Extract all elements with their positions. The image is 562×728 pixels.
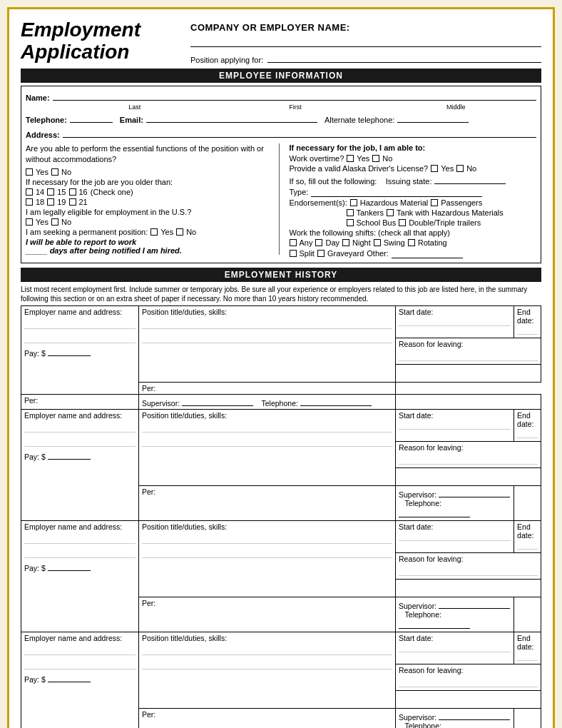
email-field[interactable] xyxy=(146,113,317,123)
position-2-line2[interactable] xyxy=(142,434,392,447)
start-date-4-cell: Start date: xyxy=(396,632,514,664)
telephone-sup-3-field[interactable] xyxy=(399,619,470,629)
alaska-yes-label: Yes xyxy=(441,164,454,173)
telephone-sup-2-field[interactable] xyxy=(399,507,470,517)
pay-2-field[interactable] xyxy=(48,450,91,460)
employer-2-line2[interactable] xyxy=(24,434,136,447)
eligible-no-label: No xyxy=(61,218,71,226)
pay-1-field[interactable] xyxy=(48,346,91,356)
end-date-1-field[interactable] xyxy=(517,325,538,335)
reason-4-field[interactable] xyxy=(399,674,538,687)
address-field[interactable] xyxy=(63,126,536,138)
employer-1-line2[interactable] xyxy=(24,330,136,343)
age-21-checkbox[interactable] xyxy=(69,198,76,206)
employer-4-line2[interactable] xyxy=(24,657,136,669)
end-date-4-field[interactable] xyxy=(517,651,538,661)
permanent-no-checkbox[interactable] xyxy=(176,228,183,236)
night-checkbox[interactable] xyxy=(342,239,349,246)
supervisor-2-field[interactable] xyxy=(439,487,510,497)
name-field[interactable] xyxy=(53,89,536,101)
employer-1-line1[interactable] xyxy=(24,316,136,329)
pay-3-field[interactable] xyxy=(48,561,91,571)
start-date-2-field[interactable] xyxy=(399,420,511,430)
position-3-line2[interactable] xyxy=(142,545,392,558)
telephone-field[interactable] xyxy=(70,113,113,123)
overtime-yes-checkbox[interactable] xyxy=(347,155,354,162)
tank-hazardous-checkbox[interactable] xyxy=(387,209,394,216)
age-16-checkbox[interactable] xyxy=(69,188,76,196)
alt-telephone-field[interactable] xyxy=(397,113,469,123)
start-date-3-field[interactable] xyxy=(399,531,511,541)
employer-4-line1[interactable] xyxy=(24,642,136,655)
permanent-yes-checkbox[interactable] xyxy=(150,228,158,236)
eligible-yes-no: Yes No xyxy=(26,218,273,226)
position-1-line1[interactable] xyxy=(142,316,392,329)
name-row: Name: xyxy=(26,89,536,102)
start-date-4-field[interactable] xyxy=(399,642,511,652)
split-checkbox[interactable] xyxy=(290,250,297,257)
reason-1-field[interactable] xyxy=(399,348,538,361)
end-date-3-field[interactable] xyxy=(517,540,538,550)
employer-2-line1[interactable] xyxy=(24,420,136,433)
employer-4-label: Employer name and address: xyxy=(24,634,136,642)
reason-3-cell: Reason for leaving: xyxy=(396,553,541,580)
school-bus-checkbox[interactable] xyxy=(347,219,354,226)
reason-2c-cell xyxy=(396,468,541,486)
tankers-checkbox[interactable] xyxy=(347,209,354,216)
perform-no-checkbox[interactable] xyxy=(51,168,58,176)
other-field[interactable] xyxy=(392,248,463,258)
reason-3c-field[interactable] xyxy=(399,581,538,594)
history-row-1: Employer name and address: Pay: $ Positi… xyxy=(21,306,541,338)
type-field[interactable] xyxy=(311,187,482,197)
reason-2-field[interactable] xyxy=(399,452,538,465)
eligible-no-checkbox[interactable] xyxy=(51,218,58,226)
hazardous-label: Hazardous Material xyxy=(360,198,428,207)
supervisor-3-field[interactable] xyxy=(439,599,510,609)
start-date-1-field[interactable] xyxy=(399,316,511,326)
position-2-line1[interactable] xyxy=(142,420,392,433)
if-necessary-label: If necessary for the job, I am able to: xyxy=(290,143,537,152)
supervisor-1-field[interactable] xyxy=(182,396,253,406)
reason-1c-field[interactable] xyxy=(399,366,538,379)
any-checkbox[interactable] xyxy=(290,239,297,246)
position-3-line1[interactable] xyxy=(142,531,392,544)
swing-checkbox[interactable] xyxy=(374,239,381,246)
if-so-label: If so, fill out the following: xyxy=(290,177,377,186)
position-3-label: Position title/duties, skills: xyxy=(142,522,392,531)
telephone-sup-1-field[interactable] xyxy=(300,396,372,406)
perform-yes-checkbox[interactable] xyxy=(26,168,33,176)
per-sup-4-cell: Per: xyxy=(139,709,396,729)
age-14-checkbox[interactable] xyxy=(26,188,33,196)
issuing-state-field[interactable] xyxy=(434,174,506,184)
rotating-checkbox[interactable] xyxy=(408,239,415,246)
alaska-no-checkbox[interactable] xyxy=(456,165,464,172)
double-triple-checkbox[interactable] xyxy=(399,219,406,226)
passengers-checkbox[interactable] xyxy=(431,199,438,206)
reason-4c-field[interactable] xyxy=(399,692,538,705)
pay-3-label: Pay: xyxy=(24,564,39,572)
employer-3-line2[interactable] xyxy=(24,545,136,558)
age-19-checkbox[interactable] xyxy=(47,198,54,206)
position-1-line2[interactable] xyxy=(142,330,392,343)
reason-3c-cell xyxy=(396,580,541,597)
day-checkbox[interactable] xyxy=(315,239,322,246)
eligible-yes-checkbox[interactable] xyxy=(26,218,33,226)
employer-3-line1[interactable] xyxy=(24,531,136,544)
supervisor-4-field[interactable] xyxy=(439,710,510,720)
pay-4-field[interactable] xyxy=(48,672,91,682)
alaska-yes-checkbox[interactable] xyxy=(431,165,438,172)
position-4-line1[interactable] xyxy=(142,642,392,655)
hazardous-checkbox[interactable] xyxy=(350,199,357,206)
tel-email-row: Telephone: Email: Alternate telephone: xyxy=(26,113,536,124)
overtime-no-checkbox[interactable] xyxy=(372,155,379,162)
graveyard-checkbox[interactable] xyxy=(317,250,325,257)
age-18-checkbox[interactable] xyxy=(26,198,33,206)
start-date-3-label: Start date: xyxy=(399,522,433,531)
reason-2c-field[interactable] xyxy=(399,470,538,482)
company-name-field[interactable] xyxy=(190,34,541,47)
reason-3-field[interactable] xyxy=(399,563,538,576)
position-4-line2[interactable] xyxy=(142,657,392,669)
age-15-checkbox[interactable] xyxy=(47,188,54,196)
position-field[interactable] xyxy=(267,51,541,63)
end-date-2-field[interactable] xyxy=(517,428,538,438)
